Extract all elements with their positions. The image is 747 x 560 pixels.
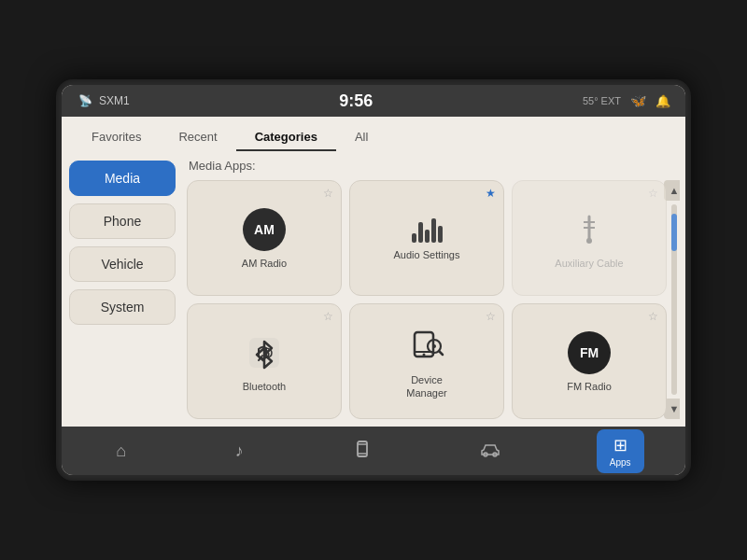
screen-bezel: 📡 SXM1 9:56 55° EXT 🦋 🔔 Favorites Recent… <box>56 79 691 481</box>
content-area: Media Phone Vehicle System Media Apps: ☆… <box>62 151 685 427</box>
bluetooth-icon <box>243 331 286 374</box>
car-icon <box>480 441 500 462</box>
device-manager-label: DeviceManager <box>406 373 446 400</box>
temperature: 55° EXT <box>583 95 621 106</box>
app-tile-device-manager[interactable]: ☆ <box>349 303 504 419</box>
grid-wrapper: ☆ AM AM Radio ★ <box>187 180 680 419</box>
auxiliary-cable-label: Auxiliary Cable <box>555 257 623 270</box>
home-icon: ⌂ <box>116 441 126 461</box>
apps-area: Media Apps: ☆ AM AM Radio ★ <box>183 151 685 427</box>
star-icon-bluetooth[interactable]: ☆ <box>323 310 333 323</box>
status-right: 55° EXT 🦋 🔔 <box>583 93 670 108</box>
svg-point-1 <box>586 238 592 244</box>
sidebar-item-media[interactable]: Media <box>69 161 176 196</box>
star-icon-auxiliary-cable[interactable]: ☆ <box>648 187 658 200</box>
main-content: Favorites Recent Categories All Media Ph… <box>62 117 685 427</box>
butterfly-icon: 🦋 <box>630 93 646 108</box>
app-tile-fm-radio[interactable]: ☆ FM FM Radio <box>512 303 667 419</box>
bluetooth-label: Bluetooth <box>243 380 286 393</box>
radio-source: SXM1 <box>99 94 130 107</box>
scroll-area: ▲ ▼ <box>667 180 680 419</box>
am-radio-icon: AM <box>243 208 286 251</box>
status-bar: 📡 SXM1 9:56 55° EXT 🦋 🔔 <box>62 85 685 117</box>
svg-line-9 <box>439 351 443 355</box>
tab-bar: Favorites Recent Categories All <box>62 117 685 151</box>
scroll-track <box>671 204 677 395</box>
svg-rect-5 <box>415 332 433 357</box>
app-tile-auxiliary-cable[interactable]: ☆ Auxiliary Cable <box>512 180 667 296</box>
screen: 📡 SXM1 9:56 55° EXT 🦋 🔔 Favorites Recent… <box>62 85 685 475</box>
nav-apps[interactable]: ⊞ Apps <box>597 429 644 473</box>
sidebar-item-system[interactable]: System <box>69 289 176 325</box>
star-icon-audio-settings[interactable]: ★ <box>486 187 496 200</box>
device-manager-icon <box>405 325 448 368</box>
phone-icon <box>353 440 372 463</box>
apps-label: Apps <box>610 457 631 468</box>
tab-all[interactable]: All <box>336 124 387 151</box>
section-title: Media Apps: <box>187 159 680 173</box>
sidebar-item-phone[interactable]: Phone <box>69 203 176 239</box>
fm-radio-icon: FM <box>568 331 611 374</box>
nav-home[interactable]: ⌂ <box>103 436 139 467</box>
aux-cable-icon <box>568 208 611 251</box>
audio-settings-icon <box>412 217 443 243</box>
am-radio-label: AM Radio <box>242 257 287 270</box>
bell-icon: 🔔 <box>655 94 670 108</box>
app-tile-bluetooth[interactable]: ☆ <box>187 303 342 419</box>
nav-car[interactable] <box>467 435 514 468</box>
sidebar: Media Phone Vehicle System <box>62 151 183 427</box>
fm-radio-label: FM Radio <box>567 380 612 393</box>
scroll-thumb[interactable] <box>671 214 677 251</box>
star-icon-device-manager[interactable]: ☆ <box>486 310 496 323</box>
nav-phone[interactable] <box>340 434 385 469</box>
apps-grid: ☆ AM AM Radio ★ <box>187 180 667 419</box>
sidebar-item-vehicle[interactable]: Vehicle <box>69 246 176 282</box>
svg-point-7 <box>423 353 426 356</box>
satellite-icon: 📡 <box>77 95 93 106</box>
star-icon-am-radio[interactable]: ☆ <box>323 187 333 200</box>
music-icon: ♪ <box>235 441 244 461</box>
nav-music[interactable]: ♪ <box>222 436 257 467</box>
tab-recent[interactable]: Recent <box>160 124 235 151</box>
star-icon-fm-radio[interactable]: ☆ <box>648 310 658 323</box>
tab-categories[interactable]: Categories <box>236 124 336 151</box>
clock: 9:56 <box>339 91 373 111</box>
app-tile-audio-settings[interactable]: ★ Audio Settings <box>349 180 504 296</box>
app-tile-am-radio[interactable]: ☆ AM AM Radio <box>187 180 342 296</box>
audio-settings-label: Audio Settings <box>394 248 460 261</box>
svg-point-10 <box>432 344 436 348</box>
tab-favorites[interactable]: Favorites <box>73 124 160 151</box>
bottom-nav: ⌂ ♪ <box>62 427 685 475</box>
status-left: 📡 SXM1 <box>77 94 130 107</box>
apps-icon: ⊞ <box>613 435 627 455</box>
